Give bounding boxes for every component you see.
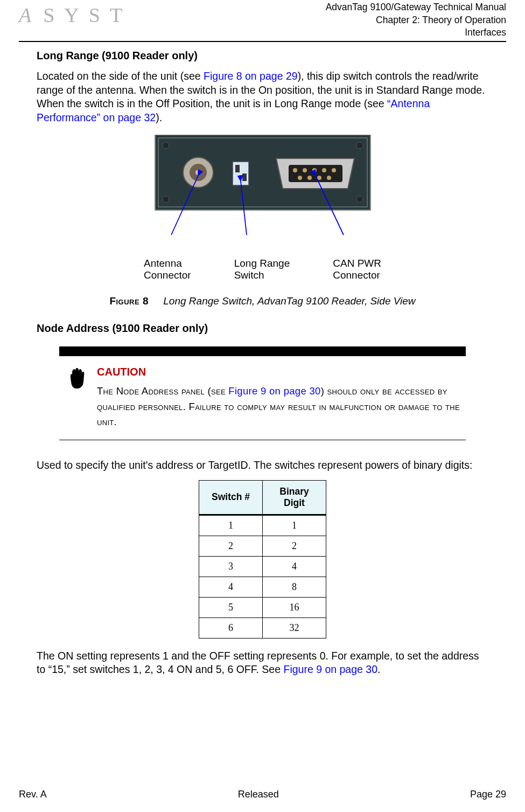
text: Connector — [333, 269, 380, 281]
heading-node-address: Node Address (9100 Reader only) — [37, 322, 488, 335]
cell: 16 — [263, 597, 326, 617]
figure-title: Long Range Switch, AdvanTag 9100 Reader,… — [163, 295, 415, 307]
table-row: 34 — [199, 556, 326, 577]
svg-point-13 — [293, 168, 297, 172]
caution-message: The Node Address panel (see Figure 9 on … — [97, 384, 461, 430]
text: ). — [156, 112, 162, 123]
paragraph-on-off: The ON setting represents 1 and the OFF … — [37, 649, 488, 677]
xref-figure-8[interactable]: Figure 8 on page 29 — [204, 70, 298, 82]
table-header: Binary Digit — [263, 480, 326, 515]
table-row: 48 — [199, 577, 326, 597]
page-header: ASYST AdvanTag 9100/Gateway Technical Ma… — [19, 0, 506, 42]
svg-rect-11 — [242, 173, 247, 181]
revision: Rev. A — [19, 789, 47, 800]
xref-figure-9[interactable]: Figure 9 on page 30 — [228, 385, 320, 397]
svg-point-18 — [298, 176, 302, 180]
svg-point-4 — [163, 196, 169, 203]
cell: 1 — [199, 515, 263, 536]
table-row: 516 — [199, 597, 326, 617]
cell: 3 — [199, 556, 263, 577]
caution-block: CAUTION The Node Address panel (see Figu… — [59, 346, 466, 440]
header-meta: AdvanTag 9100/Gateway Technical Manual C… — [326, 1, 506, 39]
cell: 8 — [263, 577, 326, 597]
table-row: 22 — [199, 536, 326, 556]
table-row: 632 — [199, 617, 326, 638]
svg-rect-10 — [235, 165, 240, 172]
svg-point-15 — [312, 168, 317, 172]
paragraph-targetid: Used to specify the unit's address or Ta… — [37, 459, 488, 473]
svg-rect-12 — [289, 165, 342, 182]
paragraph-long-range: Located on the side of the unit (see Fig… — [37, 70, 488, 125]
caution-title: CAUTION — [97, 366, 461, 378]
cell: 2 — [263, 536, 326, 556]
figure-number: Figure 8 — [109, 295, 149, 307]
page-footer: Rev. A Released Page 29 — [19, 789, 506, 800]
page-number: Page 29 — [470, 789, 506, 800]
callout-antenna: Antenna Connector — [144, 258, 191, 281]
release-status: Released — [238, 789, 279, 800]
cell: 4 — [199, 577, 263, 597]
text: CAN PWR — [333, 258, 381, 269]
text: Switch — [234, 269, 264, 281]
table-header: Switch # — [199, 480, 263, 515]
doc-title: AdvanTag 9100/Gateway Technical Manual — [326, 1, 506, 14]
figure-8: Antenna Connector Long Range Switch CAN … — [37, 135, 488, 307]
cell: 2 — [199, 536, 263, 556]
cell: 5 — [199, 597, 263, 617]
svg-point-2 — [163, 142, 169, 149]
section-title: Interfaces — [326, 26, 506, 39]
text: . — [377, 663, 380, 675]
svg-point-21 — [327, 176, 331, 180]
text: The Node Address panel (see — [97, 385, 228, 397]
text: Antenna — [144, 258, 182, 269]
cell: 1 — [263, 515, 326, 536]
chapter-title: Chapter 2: Theory of Operation — [326, 14, 506, 27]
svg-point-14 — [303, 168, 307, 172]
cell: 4 — [263, 556, 326, 577]
text: The ON setting represents 1 and the OFF … — [37, 650, 479, 676]
side-view-diagram — [134, 135, 392, 253]
heading-long-range: Long Range (9100 Reader only) — [37, 50, 488, 62]
figure-8-caption: Figure 8 Long Range Switch, AdvanTag 910… — [37, 295, 488, 307]
svg-point-16 — [322, 168, 326, 172]
table-row: 11 — [199, 515, 326, 536]
caution-bar — [59, 346, 466, 356]
callout-long-range-switch: Long Range Switch — [234, 258, 290, 281]
xref-figure-9[interactable]: Figure 9 on page 30 — [283, 663, 377, 675]
cell: 6 — [199, 617, 263, 638]
logo: ASYST — [19, 3, 132, 27]
svg-point-19 — [307, 176, 312, 180]
svg-point-17 — [332, 168, 336, 172]
text: Located on the side of the unit (see — [37, 70, 204, 82]
svg-point-5 — [356, 196, 363, 203]
cell: 32 — [263, 617, 326, 638]
svg-point-3 — [356, 142, 363, 149]
text: Connector — [144, 269, 191, 281]
hand-icon — [69, 366, 85, 430]
text: Long Range — [234, 258, 290, 269]
switch-table: Switch # Binary Digit 11 22 34 48 516 63… — [199, 480, 326, 639]
callout-can-pwr: CAN PWR Connector — [333, 258, 381, 281]
svg-point-8 — [195, 170, 201, 175]
